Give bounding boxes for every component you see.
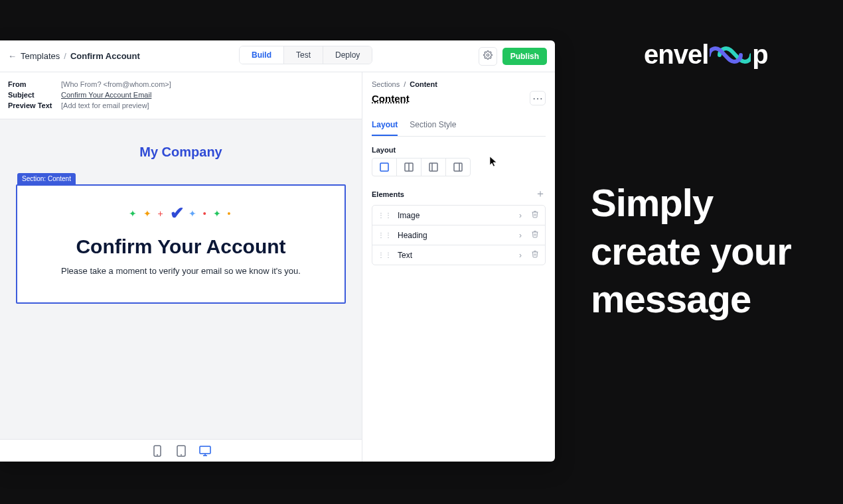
more-button[interactable]: ⋯ [530,91,546,105]
meta-from-label: From [8,80,54,88]
marketing-tagline: Simply create your message [591,179,830,324]
meta-subject-value[interactable]: Confirm Your Account Email [61,91,151,99]
ellipsis-icon: ⋯ [532,92,543,105]
layout-options [372,158,546,176]
element-label: Heading [398,231,427,240]
gear-icon [483,50,493,62]
plus-icon: ＋ [535,188,546,199]
element-row-text[interactable]: ⋮⋮ Text › [372,245,545,265]
elements-list: ⋮⋮ Image › ⋮⋮ Heading › [372,205,546,265]
company-name[interactable]: My Company [16,145,346,160]
chevron-right-icon[interactable]: › [516,211,525,220]
element-label: Image [398,211,420,220]
svg-rect-5 [200,446,210,454]
trash-icon[interactable] [530,230,540,240]
device-tablet[interactable] [175,444,188,458]
trash-icon[interactable] [530,250,540,260]
breadcrumb-current: Confirm Account [70,51,140,61]
element-row-image[interactable]: ⋮⋮ Image › [372,206,545,225]
elements-group-label: Elements [372,190,404,198]
meta-preview-label: Preview Text [8,101,54,109]
drag-handle-icon[interactable]: ⋮⋮ [378,251,392,259]
back-arrow-icon[interactable]: ← [8,51,17,61]
layout-2col[interactable] [396,158,422,176]
publish-button[interactable]: Publish [502,48,547,65]
layout-left-narrow[interactable] [421,158,446,176]
meta-from-value[interactable]: [Who From? <from@whom.com>] [61,80,171,88]
svg-rect-11 [429,163,437,171]
inspector-pane: Sections / Content Content ⋯ Layout Sect… [362,72,555,462]
inspector-title[interactable]: Content [372,93,410,104]
drag-handle-icon[interactable]: ⋮⋮ [378,231,392,239]
email-meta: From [Who From? <from@whom.com>] Subject… [0,72,362,119]
tab-layout[interactable]: Layout [372,115,398,136]
infinity-icon [710,43,751,67]
hero-image[interactable]: ✦ ✦ + ✔ ✦ • ✦ • [31,203,331,223]
element-label: Text [398,251,412,260]
inspector-tabs: Layout Section Style [372,115,546,137]
inspector-crumb-root[interactable]: Sections [372,80,400,88]
breadcrumb-sep: / [404,80,406,88]
check-icon: ✔ [170,203,185,223]
device-desktop[interactable] [198,444,212,458]
layout-1col[interactable] [372,158,397,176]
brand-text-suffix: p [752,40,767,70]
inspector-breadcrumb: Sections / Content [372,80,546,88]
breadcrumb-sep: / [64,51,66,61]
tab-build[interactable]: Build [240,46,284,64]
section-chip[interactable]: Section: Content [17,173,76,184]
inspector-crumb-current: Content [410,80,437,88]
app-window: ← Templates / Confirm Account Build Test… [0,40,555,462]
cursor-icon [489,156,497,168]
meta-preview-value[interactable]: [Add text for email preview] [61,101,149,109]
tab-deploy[interactable]: Deploy [323,46,372,64]
email-heading[interactable]: Confirm Your Account [31,235,331,258]
svg-point-0 [487,54,489,56]
element-row-heading[interactable]: ⋮⋮ Heading › [372,225,545,245]
svg-rect-8 [380,163,388,171]
device-bar [0,439,362,462]
add-element-button[interactable]: ＋ [535,187,546,201]
editor-pane: From [Who From? <from@whom.com>] Subject… [0,72,362,462]
breadcrumb-root[interactable]: Templates [21,51,60,61]
tab-test[interactable]: Test [284,46,323,64]
layout-right-narrow[interactable] [445,158,471,176]
topbar: ← Templates / Confirm Account Build Test… [0,40,555,72]
brand-logo: envel p [644,40,768,70]
chevron-right-icon[interactable]: › [516,231,525,240]
meta-subject-label: Subject [8,91,54,99]
email-text[interactable]: Please take a moment to verify your emai… [31,266,331,276]
email-canvas: My Company Section: Content ✦ ✦ + ✔ ✦ • … [0,119,362,439]
settings-button[interactable] [479,47,497,66]
layout-group-label: Layout [372,146,546,154]
device-mobile[interactable] [151,444,164,458]
chevron-right-icon[interactable]: › [516,251,525,260]
drag-handle-icon[interactable]: ⋮⋮ [378,212,392,219]
trash-icon[interactable] [530,210,540,220]
breadcrumb: ← Templates / Confirm Account [8,51,140,61]
brand-text-prefix: envel [644,40,708,70]
svg-rect-13 [454,163,462,171]
section-content[interactable]: ✦ ✦ + ✔ ✦ • ✦ • Confirm Your Account Ple… [16,184,346,304]
tab-section-style[interactable]: Section Style [410,115,456,136]
view-tabs: Build Test Deploy [239,46,372,64]
